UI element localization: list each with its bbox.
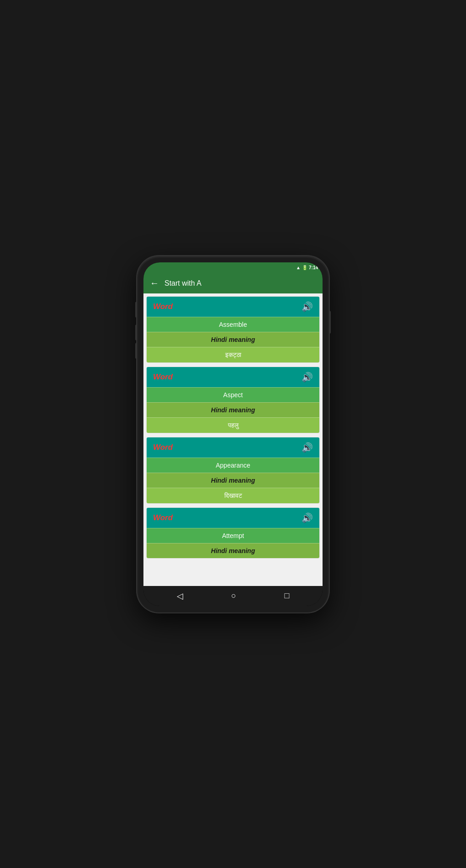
status-icons: ▲ 🔋 7:14 [296, 265, 318, 270]
hindi-text-1: इकट्ठा [147, 347, 319, 362]
battery-icon: 🔋 [302, 265, 307, 270]
back-button[interactable]: ← [150, 278, 159, 288]
status-bar: ▲ 🔋 7:14 [143, 262, 323, 273]
word-card-2: Word 🔊 Aspect Hindi meaning पहलु [146, 367, 320, 433]
hindi-label-1: Hindi meaning [147, 332, 319, 347]
phone-device: ▲ 🔋 7:14 ← Start with A Word 🔊 Assemble … [137, 256, 329, 612]
word-card-3: Word 🔊 Appearance Hindi meaning दिखावट [146, 437, 320, 504]
english-word-1: Assemble [147, 317, 319, 332]
nav-back-button[interactable]: ◁ [169, 588, 191, 604]
word-card-1: Word 🔊 Assemble Hindi meaning इकट्ठा [146, 296, 320, 363]
phone-screen: ▲ 🔋 7:14 ← Start with A Word 🔊 Assemble … [143, 262, 323, 606]
hindi-label-4: Hindi meaning [147, 543, 319, 558]
app-bar: ← Start with A [143, 273, 323, 293]
nav-recent-button[interactable]: □ [277, 588, 297, 603]
status-time: 7:14 [309, 265, 318, 270]
speaker-icon-3[interactable]: 🔊 [302, 442, 313, 453]
word-card-4-header: Word 🔊 [147, 508, 319, 528]
signal-icon: ▲ [296, 265, 301, 270]
word-label-2: Word [153, 373, 173, 382]
speaker-icon-4[interactable]: 🔊 [302, 512, 313, 523]
hindi-text-2: पहलु [147, 417, 319, 433]
hindi-label-2: Hindi meaning [147, 402, 319, 417]
app-title: Start with A [164, 279, 201, 288]
word-label-3: Word [153, 443, 173, 452]
nav-home-button[interactable]: ○ [224, 588, 244, 603]
hindi-label-3: Hindi meaning [147, 473, 319, 488]
hindi-text-3: दिखावट [147, 488, 319, 503]
word-card-2-header: Word 🔊 [147, 367, 319, 387]
word-card-4: Word 🔊 Attempt Hindi meaning [146, 507, 320, 559]
word-label-1: Word [153, 302, 173, 311]
content-area: Word 🔊 Assemble Hindi meaning इकट्ठा Wor… [143, 293, 323, 586]
navigation-bar: ◁ ○ □ [143, 586, 323, 606]
word-label-4: Word [153, 513, 173, 522]
word-card-3-header: Word 🔊 [147, 437, 319, 458]
english-word-2: Aspect [147, 387, 319, 402]
word-card-1-header: Word 🔊 [147, 297, 319, 317]
speaker-icon-1[interactable]: 🔊 [302, 301, 313, 312]
english-word-4: Attempt [147, 528, 319, 543]
speaker-icon-2[interactable]: 🔊 [302, 372, 313, 383]
english-word-3: Appearance [147, 458, 319, 473]
